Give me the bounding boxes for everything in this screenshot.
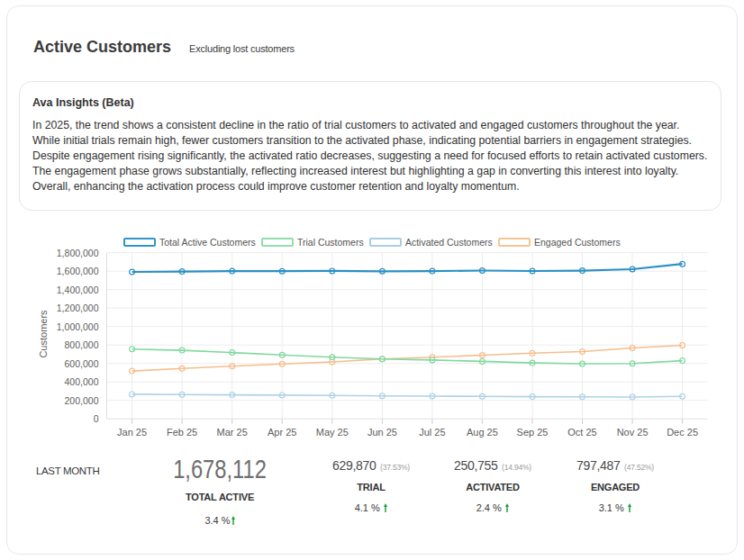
svg-text:Apr 25: Apr 25 bbox=[268, 427, 296, 438]
svg-text:Feb 25: Feb 25 bbox=[167, 427, 197, 438]
svg-text:1,400,000: 1,400,000 bbox=[57, 285, 99, 295]
svg-text:400,000: 400,000 bbox=[65, 376, 99, 387]
svg-text:Customers: Customers bbox=[38, 310, 49, 358]
svg-text:May 25: May 25 bbox=[316, 427, 349, 438]
svg-text:Jan 25: Jan 25 bbox=[117, 427, 147, 438]
svg-text:Sep 25: Sep 25 bbox=[517, 427, 549, 438]
svg-text:Mar 25: Mar 25 bbox=[217, 427, 248, 438]
svg-text:800,000: 800,000 bbox=[65, 339, 99, 350]
svg-text:1,600,000: 1,600,000 bbox=[57, 266, 99, 276]
svg-text:Nov 25: Nov 25 bbox=[617, 427, 649, 438]
svg-text:200,000: 200,000 bbox=[65, 395, 99, 406]
svg-text:1,200,000: 1,200,000 bbox=[57, 303, 99, 313]
svg-text:0: 0 bbox=[94, 413, 99, 424]
svg-text:Oct 25: Oct 25 bbox=[567, 427, 596, 438]
svg-text:Aug 25: Aug 25 bbox=[467, 427, 498, 438]
svg-text:Jun 25: Jun 25 bbox=[367, 427, 397, 438]
svg-text:Jul 25: Jul 25 bbox=[419, 427, 445, 438]
svg-text:600,000: 600,000 bbox=[65, 358, 99, 369]
svg-text:1,000,000: 1,000,000 bbox=[57, 321, 99, 332]
svg-text:1,800,000: 1,800,000 bbox=[57, 248, 99, 258]
svg-text:Dec 25: Dec 25 bbox=[667, 427, 698, 438]
